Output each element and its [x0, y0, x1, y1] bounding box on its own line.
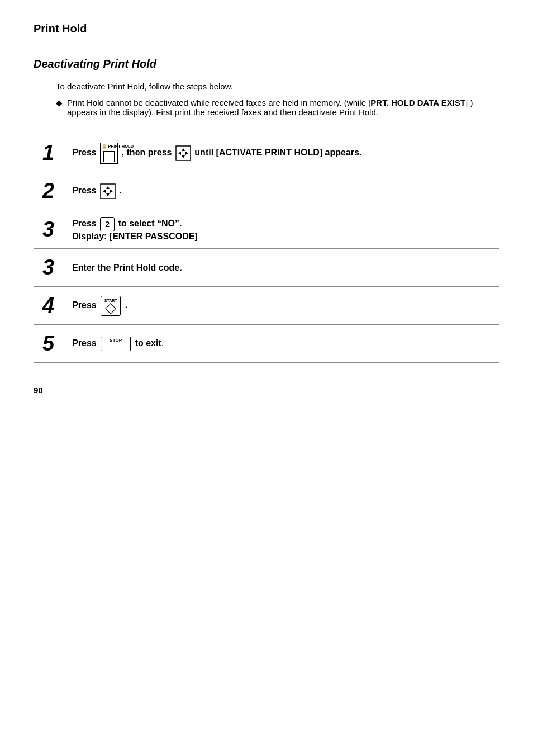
- step-3a-row: 3 Press 2 to select “NO”. Display: [ENTE…: [34, 210, 499, 249]
- svg-marker-6: [106, 186, 110, 189]
- note-bullet: ◆ Print Hold cannot be deactivated while…: [56, 98, 499, 117]
- page-number: 90: [34, 385, 499, 395]
- step-3b-number: 3: [34, 249, 63, 287]
- step-4-number: 4: [34, 287, 63, 325]
- step-2-row: 2 Press .: [34, 172, 499, 210]
- step-5-number: 5: [34, 325, 63, 363]
- svg-rect-0: [176, 146, 191, 160]
- step-5-content: Press STOP to exit.: [63, 325, 499, 363]
- bullet-icon: ◆: [56, 98, 63, 108]
- section-title: Deactivating Print Hold: [34, 58, 499, 70]
- svg-marker-9: [110, 190, 113, 193]
- nav-key-1: [175, 145, 191, 161]
- step-1-number: 1: [34, 134, 63, 172]
- step-3a-number: 3: [34, 210, 63, 249]
- svg-rect-5: [101, 184, 115, 199]
- step-2-content: Press .: [63, 172, 499, 210]
- nav-key-2: [100, 183, 116, 199]
- step-4-content: Press START .: [63, 287, 499, 325]
- svg-marker-4: [185, 152, 188, 155]
- step-3b-row: 3 Enter the Print Hold code.: [34, 249, 499, 287]
- stop-key: STOP: [101, 337, 131, 351]
- intro-text: To deactivate Print Hold, follow the ste…: [56, 82, 499, 91]
- step-2-number: 2: [34, 172, 63, 210]
- start-key: START: [101, 296, 121, 316]
- step-4-row: 4 Press START .: [34, 287, 499, 325]
- svg-marker-8: [103, 190, 106, 193]
- print-hold-key: 🔒 PRINT HOLD: [100, 143, 118, 164]
- step-3b-content: Enter the Print Hold code.: [63, 249, 499, 287]
- step-3a-content: Press 2 to select “NO”. Display: [ENTER …: [63, 210, 499, 249]
- steps-table: 1 Press 🔒 PRINT HOLD , then press: [34, 134, 499, 363]
- page-title: Print Hold: [34, 22, 499, 35]
- svg-marker-2: [182, 155, 185, 158]
- step-5-row: 5 Press STOP to exit.: [34, 325, 499, 363]
- note-text: Print Hold cannot be deactivated while r…: [67, 98, 499, 117]
- key-2: 2: [100, 217, 115, 231]
- step-1-content: Press 🔒 PRINT HOLD , then press: [63, 134, 499, 172]
- svg-marker-1: [182, 148, 185, 151]
- svg-marker-3: [178, 152, 181, 155]
- svg-marker-7: [106, 193, 110, 196]
- diamond-icon: [105, 303, 116, 314]
- step-1-row: 1 Press 🔒 PRINT HOLD , then press: [34, 134, 499, 172]
